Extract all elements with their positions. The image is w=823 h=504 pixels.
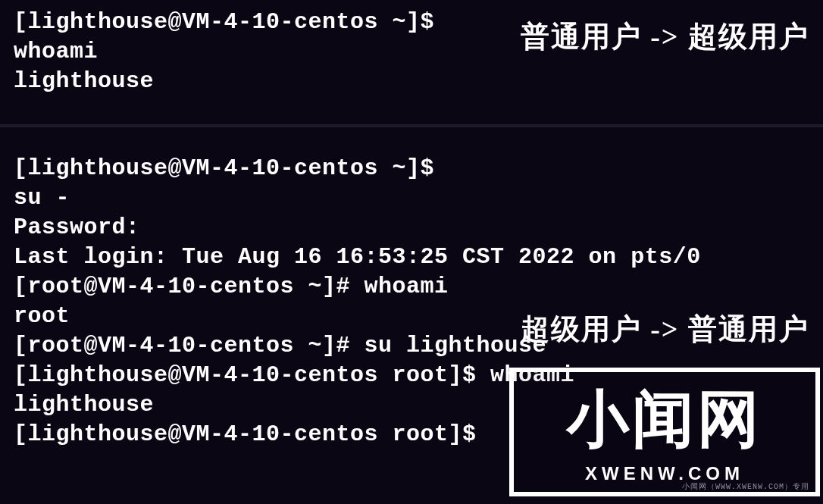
terminal-output: Password:: [14, 213, 809, 243]
terminal-output: Last login: Tue Aug 16 16:53:25 CST 2022…: [14, 243, 809, 272]
section-divider: [0, 124, 823, 127]
prompt-line[interactable]: [root@VM-4-10-centos ~]# whoami: [14, 272, 809, 302]
annotation-super-to-normal: 超级用户 -> 普通用户: [521, 311, 809, 348]
watermark-logo-text: 小闻网: [567, 379, 762, 460]
watermark-box: 小闻网 XWENW.COM 小闻网（WWW.XWENW.COM）专用: [509, 368, 820, 496]
terminal-output: su -: [14, 183, 809, 213]
watermark-note: 小闻网（WWW.XWENW.COM）专用: [682, 482, 809, 492]
terminal-output: lighthouse: [14, 67, 809, 96]
annotation-normal-to-super: 普通用户 -> 超级用户: [521, 18, 809, 55]
prompt-line[interactable]: [lighthouse@VM-4-10-centos ~]$: [14, 154, 809, 183]
